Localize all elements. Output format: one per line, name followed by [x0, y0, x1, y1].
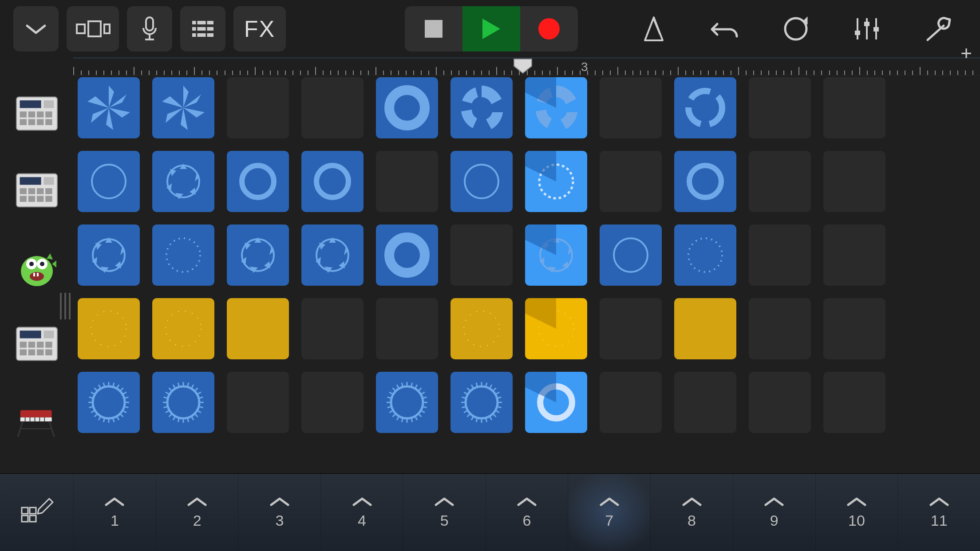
fx-button[interactable]: FX — [233, 6, 286, 51]
loop-cell[interactable] — [600, 224, 662, 286]
svg-marker-52 — [47, 253, 53, 260]
loop-browser-button[interactable] — [780, 13, 811, 44]
loop-cell[interactable] — [78, 77, 140, 138]
loop-cell[interactable] — [450, 372, 513, 433]
loop-cell[interactable] — [78, 151, 140, 212]
loop-cell[interactable] — [152, 77, 214, 138]
svg-rect-29 — [20, 119, 26, 125]
add-track-button[interactable]: + — [960, 42, 972, 64]
loop-cell[interactable] — [450, 151, 513, 212]
microphone-button[interactable] — [127, 6, 172, 51]
loop-cell[interactable] — [301, 224, 364, 286]
record-button[interactable] — [520, 6, 578, 51]
loop-cell[interactable] — [674, 151, 736, 212]
column-trigger-2[interactable]: 2 — [156, 474, 238, 551]
empty-cell[interactable] — [823, 298, 885, 359]
loop-cell[interactable] — [78, 372, 140, 433]
empty-cell[interactable] — [376, 298, 438, 359]
empty-cell[interactable] — [227, 77, 289, 138]
waveform-icon — [227, 224, 289, 286]
empty-cell[interactable] — [749, 298, 811, 359]
empty-cell[interactable] — [823, 77, 885, 138]
loop-cell[interactable] — [674, 224, 736, 286]
grid-edit-button[interactable] — [0, 474, 73, 551]
empty-cell[interactable] — [823, 372, 885, 433]
loop-cell[interactable] — [227, 151, 289, 212]
empty-cell[interactable] — [749, 372, 811, 433]
empty-cell[interactable] — [674, 372, 736, 433]
waveform-icon — [78, 77, 140, 138]
column-number: 1 — [111, 512, 119, 529]
loop-cell[interactable] — [152, 224, 214, 286]
loop-cell[interactable] — [376, 224, 438, 286]
column-trigger-5[interactable]: 5 — [403, 474, 486, 551]
loop-cell[interactable] — [152, 298, 214, 359]
drum-machine-icon — [15, 169, 59, 213]
column-trigger-1[interactable]: 1 — [73, 474, 156, 551]
metronome-button[interactable] — [638, 13, 669, 44]
loop-cell[interactable] — [152, 151, 214, 212]
empty-cell[interactable] — [376, 151, 438, 212]
undo-button[interactable] — [709, 13, 740, 44]
waveform-icon — [301, 224, 364, 286]
column-trigger-10[interactable]: 10 — [815, 474, 898, 551]
loop-cell[interactable] — [78, 298, 140, 359]
my-songs-button[interactable] — [13, 6, 59, 51]
loop-cell[interactable] — [525, 372, 587, 433]
empty-cell[interactable] — [600, 77, 662, 138]
stop-button[interactable] — [405, 6, 462, 51]
playhead[interactable] — [513, 58, 533, 74]
empty-cell[interactable] — [301, 298, 364, 359]
footer: 1234567891011 — [0, 473, 980, 551]
play-button[interactable] — [462, 6, 520, 51]
track-header-drum-machine-2[interactable] — [0, 152, 73, 229]
loop-cell[interactable] — [450, 298, 513, 359]
empty-cell[interactable] — [823, 224, 885, 286]
timeline-ruler[interactable]: + 3 — [73, 58, 980, 75]
loop-cell[interactable] — [301, 151, 364, 212]
column-trigger-4[interactable]: 4 — [320, 474, 403, 551]
svg-rect-3 — [146, 17, 153, 31]
empty-cell[interactable] — [600, 298, 662, 359]
column-trigger-7[interactable]: 7 — [568, 474, 650, 551]
loop-cell[interactable] — [450, 77, 513, 138]
track-header-drum-machine-1[interactable] — [0, 75, 73, 152]
column-trigger-9[interactable]: 9 — [733, 474, 815, 551]
loop-cell[interactable] — [525, 151, 587, 212]
column-trigger-11[interactable]: 11 — [897, 474, 980, 551]
column-trigger-6[interactable]: 6 — [486, 474, 568, 551]
column-trigger-3[interactable]: 3 — [238, 474, 320, 551]
instrument-browser-button[interactable] — [67, 6, 119, 51]
empty-cell[interactable] — [749, 151, 811, 212]
tracks-view-button[interactable] — [180, 6, 225, 51]
loop-cell[interactable] — [227, 224, 289, 286]
loop-cell[interactable] — [78, 224, 140, 286]
empty-cell[interactable] — [600, 151, 662, 212]
chevron-up-icon — [516, 496, 538, 508]
loop-cell[interactable] — [376, 372, 438, 433]
empty-cell[interactable] — [749, 77, 811, 138]
loop-cell[interactable] — [674, 77, 736, 138]
empty-cell[interactable] — [600, 372, 662, 433]
settings-button[interactable] — [922, 13, 953, 44]
svg-rect-23 — [20, 100, 41, 108]
column-trigger-8[interactable]: 8 — [650, 474, 733, 551]
empty-cell[interactable] — [749, 224, 811, 286]
empty-cell[interactable] — [450, 224, 513, 286]
loop-cell[interactable] — [227, 298, 289, 359]
empty-cell[interactable] — [301, 372, 364, 433]
track-header-keyboard[interactable] — [0, 382, 73, 459]
sidebar-resize-handle[interactable] — [60, 293, 73, 319]
empty-cell[interactable] — [227, 372, 289, 433]
loop-cell[interactable] — [525, 77, 587, 138]
empty-cell[interactable] — [823, 151, 885, 212]
mixer-button[interactable] — [851, 13, 882, 44]
loop-cell[interactable] — [152, 372, 214, 433]
loop-cell[interactable] — [525, 298, 587, 359]
loop-cell[interactable] — [525, 224, 587, 286]
loop-cell[interactable] — [674, 298, 736, 359]
loop-cell[interactable] — [376, 77, 438, 138]
svg-marker-53 — [52, 260, 56, 268]
empty-cell[interactable] — [301, 77, 364, 138]
svg-rect-11 — [425, 20, 443, 38]
